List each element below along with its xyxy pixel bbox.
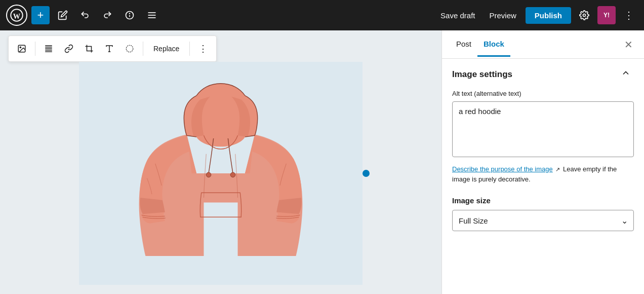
image-toolbar: Replace ⋮ — [8, 35, 217, 62]
collapse-section-button[interactable] — [618, 67, 634, 82]
tab-post[interactable]: Post — [450, 32, 477, 57]
text-overlay-button[interactable] — [100, 40, 118, 58]
image-wrapper — [79, 62, 363, 285]
image-settings-section: Image settings — [452, 67, 634, 82]
hoodie-svg — [125, 62, 317, 285]
svg-point-21 — [206, 172, 211, 177]
toolbar-divider-3 — [189, 42, 190, 56]
wp-logo[interactable]: W — [6, 5, 27, 26]
main-area: Replace ⋮ — [0, 30, 644, 294]
yoast-button[interactable]: Y! — [597, 6, 616, 24]
settings-button[interactable] — [575, 6, 593, 24]
image-icon-button[interactable] — [13, 40, 31, 58]
more-options-button[interactable]: ⋮ — [620, 7, 638, 23]
link-button[interactable] — [60, 40, 78, 58]
image-settings-title: Image settings — [452, 69, 512, 80]
undo-button[interactable] — [76, 6, 94, 24]
redo-button[interactable] — [98, 6, 116, 24]
top-toolbar: W + Save draft Preview Publish Y! ⋮ — [0, 0, 644, 30]
external-link-icon: ↗ — [555, 166, 560, 172]
svg-point-8 — [583, 14, 586, 17]
resize-handle[interactable] — [363, 170, 370, 177]
alt-text-label: Alt text (alternative text) — [452, 90, 634, 97]
publish-button[interactable]: Publish — [526, 7, 571, 24]
image-size-select[interactable]: Thumbnail Medium Large Full Size — [452, 210, 634, 231]
toolbar-divider — [35, 42, 35, 56]
describe-link-row: Describe the purpose of the image ↗ Leav… — [452, 164, 634, 184]
hoodie-image — [79, 62, 363, 285]
tab-block[interactable]: Block — [477, 32, 510, 57]
align-button[interactable] — [39, 40, 58, 58]
image-canvas — [0, 62, 441, 294]
replace-button[interactable]: Replace — [147, 42, 185, 56]
save-draft-button[interactable]: Save draft — [435, 8, 480, 23]
sidebar: Post Block ✕ Image settings Alt text (al… — [441, 30, 644, 294]
svg-rect-16 — [87, 47, 92, 51]
editor-area: Replace ⋮ — [0, 30, 441, 294]
toolbar-divider-2 — [143, 42, 143, 56]
svg-point-19 — [126, 45, 133, 52]
preview-button[interactable]: Preview — [484, 8, 521, 23]
svg-text:W: W — [13, 12, 21, 20]
toolbar-right: Save draft Preview Publish Y! ⋮ — [435, 6, 638, 24]
describe-purpose-link[interactable]: Describe the purpose of the image — [452, 165, 553, 173]
list-view-button[interactable] — [143, 6, 161, 24]
alt-text-input[interactable] — [452, 101, 634, 157]
image-size-label: Image size — [452, 196, 634, 205]
close-sidebar-button[interactable]: ✕ — [621, 36, 636, 53]
sidebar-content: Image settings Alt text (alternative tex… — [442, 59, 644, 294]
svg-point-22 — [230, 172, 235, 177]
select-button[interactable] — [120, 40, 139, 58]
more-options-image-button[interactable]: ⋮ — [194, 40, 212, 58]
edit-tool-button[interactable] — [54, 6, 72, 24]
image-size-select-wrapper: Thumbnail Medium Large Full Size ⌄ — [452, 210, 634, 231]
svg-point-10 — [20, 47, 21, 48]
sidebar-tabs: Post Block ✕ — [442, 30, 644, 59]
add-block-button[interactable]: + — [31, 6, 50, 24]
info-button[interactable] — [120, 6, 139, 24]
crop-button[interactable] — [80, 40, 98, 58]
